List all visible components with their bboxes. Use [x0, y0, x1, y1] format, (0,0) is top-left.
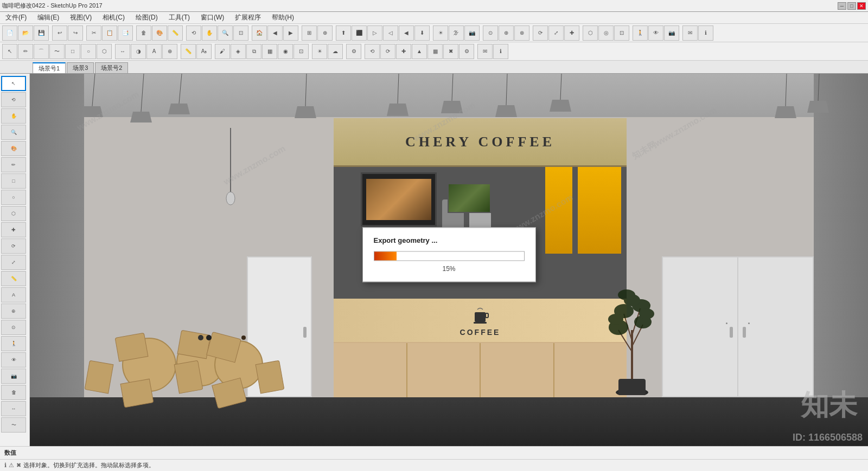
- sidebar-look[interactable]: 👁: [1, 352, 26, 367]
- sidebar-axes[interactable]: ⊕: [1, 304, 26, 319]
- tool-front[interactable]: ⬛: [352, 25, 367, 41]
- sidebar-rect[interactable]: □: [1, 173, 26, 189]
- tool-component[interactable]: ⊕: [499, 25, 514, 41]
- tool-orbit[interactable]: ⟲: [186, 25, 201, 41]
- tool-line[interactable]: ✏: [18, 44, 33, 59]
- menu-extensions[interactable]: 扩展程序: [232, 12, 264, 23]
- tool-tape[interactable]: 📏: [181, 44, 196, 59]
- tool-render3[interactable]: ▦: [262, 44, 277, 59]
- tool-scale[interactable]: ⤢: [548, 25, 564, 41]
- tool-right[interactable]: ▷: [367, 25, 382, 41]
- tool-next-view[interactable]: ▶: [283, 25, 298, 41]
- tool-freehand[interactable]: 〜: [49, 44, 65, 59]
- tool-gear2[interactable]: ⚙: [459, 44, 474, 59]
- menu-draw[interactable]: 绘图(D): [132, 12, 161, 23]
- sidebar-push[interactable]: ⬡: [1, 206, 26, 221]
- tab-scene1[interactable]: 场景号1: [33, 62, 66, 73]
- tool-zoom[interactable]: 🔍: [218, 25, 233, 41]
- tool-new[interactable]: 📄: [2, 25, 17, 41]
- tool-cross[interactable]: ✖: [443, 44, 458, 59]
- tool-parallel[interactable]: ⊞: [302, 25, 317, 41]
- tool-follow-me[interactable]: ◎: [598, 25, 614, 41]
- tool-render1[interactable]: ◈: [231, 44, 246, 59]
- tool-perspective[interactable]: ⊕: [317, 25, 333, 41]
- tool-tri1[interactable]: ▲: [412, 44, 427, 59]
- tool-render2[interactable]: ⧉: [246, 44, 261, 59]
- tool-settings[interactable]: ⚙: [346, 44, 361, 59]
- tool-redo[interactable]: ↪: [68, 25, 83, 41]
- sidebar-select[interactable]: ↖: [1, 76, 26, 91]
- sidebar-move[interactable]: ✚: [1, 222, 26, 237]
- tool-paint[interactable]: 🎨: [152, 25, 167, 41]
- sidebar-text[interactable]: A: [1, 287, 26, 302]
- tool-cut[interactable]: ✂: [86, 25, 101, 41]
- sidebar-circle[interactable]: ○: [1, 190, 26, 205]
- tool-dimension[interactable]: ↔: [115, 44, 130, 59]
- tool-group[interactable]: ⊗: [514, 25, 529, 41]
- tool-text[interactable]: A: [146, 44, 162, 59]
- tool-3d-text[interactable]: A₃: [196, 44, 212, 59]
- maximize-button[interactable]: □: [847, 2, 856, 10]
- sidebar-line[interactable]: ✏: [1, 157, 26, 172]
- tool-styles[interactable]: 🖌: [215, 44, 230, 59]
- tool-copy[interactable]: 📋: [102, 25, 117, 41]
- sidebar-paint[interactable]: 🎨: [1, 141, 26, 156]
- tool-section[interactable]: ⊙: [483, 25, 498, 41]
- tool-walk[interactable]: 🚶: [633, 25, 648, 41]
- sidebar-tape[interactable]: 📏: [1, 271, 26, 286]
- tab-scene3[interactable]: 场景3: [67, 62, 94, 73]
- tool-move[interactable]: ✚: [564, 25, 579, 41]
- minimize-button[interactable]: ─: [838, 2, 846, 10]
- sidebar-freehand[interactable]: 〜: [1, 417, 26, 433]
- tool-back[interactable]: ◁: [383, 25, 398, 41]
- tool-zoom-extent[interactable]: ⊡: [233, 25, 248, 41]
- tool-push-pull[interactable]: ⬡: [583, 25, 598, 41]
- tool-rect[interactable]: □: [65, 44, 80, 59]
- menu-tools[interactable]: 工具(T): [165, 12, 193, 23]
- tool-refresh2[interactable]: ⟳: [380, 44, 395, 59]
- sidebar-scale[interactable]: ⤢: [1, 255, 26, 270]
- tool-offset[interactable]: ⊡: [614, 25, 629, 41]
- tool-left[interactable]: ◀: [399, 25, 414, 41]
- tool-erase[interactable]: 🗑: [136, 25, 151, 41]
- tool-match-photo[interactable]: 📷: [464, 25, 480, 41]
- sidebar-pan[interactable]: ✋: [1, 108, 26, 124]
- tool-render4[interactable]: ◉: [278, 44, 293, 59]
- tool-open[interactable]: 📂: [18, 25, 33, 41]
- tool-sun[interactable]: ☀: [312, 44, 327, 59]
- tool-info2[interactable]: ℹ: [493, 44, 508, 59]
- tool-fog[interactable]: 🌫: [449, 25, 464, 41]
- tool-protractor[interactable]: ◑: [131, 44, 146, 59]
- tool-refresh1[interactable]: ⟲: [365, 44, 380, 59]
- tool-circle[interactable]: ○: [81, 44, 96, 59]
- tool-polygon[interactable]: ⬡: [97, 44, 112, 59]
- sidebar-dimension[interactable]: ↔: [1, 401, 26, 416]
- tool-add[interactable]: ✚: [396, 44, 411, 59]
- sidebar-walk[interactable]: 🚶: [1, 336, 26, 351]
- tool-mail2[interactable]: ✉: [477, 44, 493, 59]
- menu-camera[interactable]: 相机(C): [99, 12, 128, 23]
- tool-prev-view[interactable]: ◀: [267, 25, 283, 41]
- tool-top[interactable]: ⬆: [336, 25, 351, 41]
- tool-info[interactable]: ℹ: [698, 25, 713, 41]
- tool-check[interactable]: ▦: [427, 44, 443, 59]
- tool-paste[interactable]: 📑: [118, 25, 133, 41]
- tool-email[interactable]: ✉: [682, 25, 698, 41]
- menu-file[interactable]: 文件(F): [2, 12, 30, 23]
- menu-edit[interactable]: 编辑(E): [34, 12, 62, 23]
- tool-clouds[interactable]: ☁: [328, 44, 343, 59]
- tool-pan[interactable]: ✋: [202, 25, 217, 41]
- tool-bottom[interactable]: ⬇: [414, 25, 430, 41]
- menu-help[interactable]: 帮助(H): [269, 12, 297, 23]
- menu-view[interactable]: 视图(V): [67, 12, 95, 23]
- tool-look-around[interactable]: 👁: [648, 25, 663, 41]
- sidebar-zoom[interactable]: 🔍: [1, 125, 26, 140]
- tool-undo[interactable]: ↩: [52, 25, 67, 41]
- tool-shadows[interactable]: ☀: [433, 25, 448, 41]
- sidebar-section[interactable]: ⊙: [1, 320, 26, 335]
- tool-home[interactable]: 🏠: [252, 25, 267, 41]
- tool-select[interactable]: ↖: [2, 44, 17, 59]
- tool-position-cam[interactable]: 📷: [664, 25, 679, 41]
- close-button[interactable]: ✕: [857, 2, 866, 10]
- sidebar-erase[interactable]: 🗑: [1, 385, 26, 400]
